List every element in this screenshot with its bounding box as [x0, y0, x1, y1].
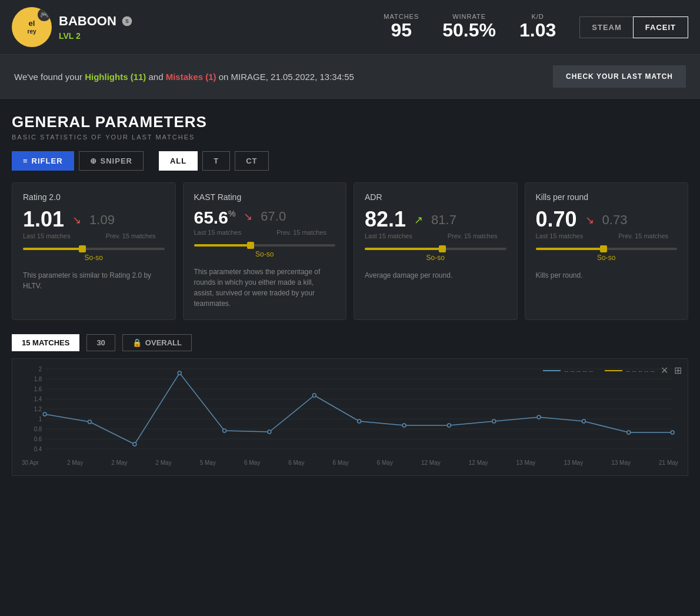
notification-bar: We've found your Highlights (11) and Mis… — [0, 55, 700, 99]
kast-label1: Last 15 matches — [194, 229, 242, 236]
x-label-3: 2 May — [155, 459, 171, 466]
kast-main-value: 65.6 — [194, 209, 228, 227]
rating-labels: Last 15 matches Prev. 15 matches — [23, 232, 165, 239]
rating-prev-value: 1.09 — [89, 212, 115, 228]
svg-text:0.4: 0.4 — [34, 446, 42, 452]
adr-gauge-label: So-so — [365, 254, 506, 262]
adr-card: ADR 82.1 ↗ 81.7 Last 15 matches Prev. 15… — [354, 182, 518, 320]
adr-gauge: So-so — [365, 248, 506, 262]
svg-point-22 — [133, 442, 136, 446]
mistakes-label: Mistakes (1) — [166, 72, 216, 82]
adr-gauge-fill — [365, 248, 442, 250]
stat-cards: Rating 2.0 1.01 ↘ 1.09 Last 15 matches P… — [12, 182, 688, 320]
x-label-0: 30 Apr — [22, 459, 39, 466]
rating-gauge: So-so — [23, 248, 165, 262]
svg-text:1.4: 1.4 — [34, 396, 42, 402]
kast-value-row: 65.6% — [194, 209, 236, 227]
rating-desc: This parameter is similar to Rating 2.0 … — [23, 270, 165, 291]
svg-point-26 — [312, 394, 316, 397]
rating-gauge-thumb — [79, 245, 86, 252]
all-tab[interactable]: ALL — [159, 151, 198, 171]
kast-gauge-label: So-so — [194, 250, 336, 258]
rating-main-row: 1.01 ↘ 1.09 — [23, 209, 165, 230]
kast-label2: Prev. 15 matches — [276, 229, 326, 236]
kpr-card: Kills per round 0.70 ↘ 0.73 Last 15 matc… — [525, 182, 689, 320]
filter-tabs: ≡ RIFLER ⊕ SNIPER ALL T CT — [12, 151, 688, 171]
kast-gauge-thumb — [247, 242, 254, 249]
adr-label2: Prev. 15 matches — [448, 232, 498, 239]
t-tab[interactable]: T — [202, 151, 230, 171]
x-label-9: 12 May — [421, 459, 441, 466]
controller-badge: 🎮 — [38, 8, 51, 21]
30-matches-button[interactable]: 30 — [86, 334, 115, 351]
svg-point-30 — [492, 419, 496, 423]
steam-button[interactable]: STEAM — [580, 17, 634, 38]
steam-icon: S — [121, 15, 133, 27]
adr-main-value: 82.1 — [365, 209, 406, 230]
svg-text:0.8: 0.8 — [34, 426, 42, 432]
kpr-prev-value: 0.73 — [602, 212, 628, 228]
user-info: BABOON S LVL 2 — [59, 14, 133, 41]
15-matches-button[interactable]: 15 MATCHES — [12, 334, 79, 351]
logo-area: el rey 🎮 BABOON S LVL 2 — [12, 7, 133, 47]
sniper-label: SNIPER — [101, 157, 132, 165]
faceit-button[interactable]: FACEIT — [633, 16, 688, 38]
adr-label1: Last 15 matches — [365, 232, 412, 239]
adr-labels: Last 15 matches Prev. 15 matches — [365, 232, 506, 239]
rating-card: Rating 2.0 1.01 ↘ 1.09 Last 15 matches P… — [12, 182, 176, 320]
section-title: GENERAL PARAMETERS — [12, 113, 688, 131]
svg-point-29 — [447, 424, 451, 427]
kpr-gauge-track — [536, 248, 678, 250]
logo-rey: rey — [27, 28, 36, 35]
svg-text:S: S — [125, 18, 129, 24]
rating-gauge-track — [23, 248, 165, 250]
notification-suffix: on MIRAGE, 21.05.2022, 13:34:55 — [216, 72, 354, 82]
platform-buttons: STEAM FACEIT — [579, 16, 688, 38]
kpr-trend-down: ↘ — [585, 214, 594, 227]
x-label-8: 6 May — [377, 459, 393, 466]
notification-middle: and — [146, 72, 165, 82]
rating-label2: Prev. 15 matches — [106, 232, 156, 239]
match-selector: 15 MATCHES 30 🔒 OVERALL — [12, 334, 688, 351]
kd-value: 1.03 — [519, 20, 556, 41]
stat-matches: MATCHES 95 — [384, 13, 419, 41]
rating-gauge-label: So-so — [23, 254, 165, 262]
overall-label: OVERALL — [145, 338, 182, 347]
x-label-12: 13 May — [564, 459, 583, 466]
kast-gauge-fill — [194, 244, 251, 247]
adr-desc: Average damage per round. — [365, 270, 506, 281]
svg-point-20 — [43, 412, 46, 416]
svg-point-27 — [358, 419, 361, 423]
overall-button[interactable]: 🔒 OVERALL — [122, 334, 192, 351]
adr-card-title: ADR — [365, 192, 506, 202]
x-label-14: 21 May — [659, 459, 678, 466]
rating-gauge-fill — [23, 248, 82, 250]
x-label-5: 6 May — [244, 459, 260, 466]
section-subtitle: BASIC STATISTICS OF YOUR LAST MATCHES — [12, 134, 688, 141]
svg-point-23 — [178, 371, 181, 375]
stat-kd: K/D 1.03 — [519, 13, 556, 41]
kpr-labels: Last 15 matches Prev. 15 matches — [536, 232, 678, 239]
username: BABOON S — [59, 14, 133, 29]
adr-main-row: 82.1 ↗ 81.7 — [365, 209, 506, 230]
ct-tab[interactable]: CT — [235, 151, 268, 171]
notification-text: We've found your Highlights (11) and Mis… — [14, 72, 354, 82]
header: el rey 🎮 BABOON S LVL 2 MATCHES 95 WINRA… — [0, 0, 700, 55]
logo: el rey 🎮 — [12, 7, 52, 47]
username-text: BABOON — [59, 14, 116, 29]
svg-point-25 — [268, 430, 271, 434]
crosshair-icon: ⊕ — [90, 157, 97, 165]
sniper-tab[interactable]: ⊕ SNIPER — [79, 151, 144, 171]
x-label-13: 13 May — [611, 459, 631, 466]
main-content: GENERAL PARAMETERS BASIC STATISTICS OF Y… — [0, 99, 700, 490]
adr-gauge-thumb — [439, 245, 446, 252]
check-match-button[interactable]: CHECK YOUR LAST MATCH — [553, 65, 686, 88]
kast-gauge-track — [194, 244, 336, 247]
kpr-gauge-fill — [536, 248, 604, 250]
rifler-tab[interactable]: ≡ RIFLER — [12, 151, 74, 171]
svg-text:1.8: 1.8 — [34, 376, 42, 382]
x-label-2: 2 May — [111, 459, 127, 466]
stat-winrate: WINRATE 50.5% — [442, 13, 496, 41]
x-label-6: 6 May — [288, 459, 304, 466]
kast-desc: This parameter shows the percentage of r… — [194, 267, 336, 309]
